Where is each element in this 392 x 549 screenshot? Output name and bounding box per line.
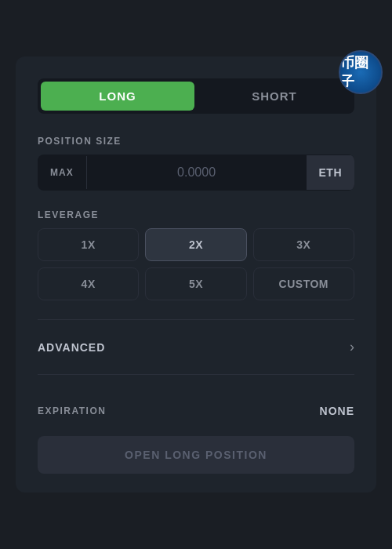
leverage-3x[interactable]: 3X	[253, 228, 354, 261]
leverage-label: LEVERAGE	[38, 209, 354, 220]
watermark-text: 币圈子	[340, 53, 381, 91]
currency-label: ETH	[307, 155, 355, 190]
trading-panel: 币圈子 LONG SHORT POSITION SIZE MAX ETH LEV…	[16, 56, 376, 493]
max-label: MAX	[38, 156, 87, 189]
position-size-label: POSITION SIZE	[38, 136, 354, 147]
direction-toggle: LONG SHORT	[38, 78, 354, 114]
position-size-row: MAX ETH	[38, 155, 354, 191]
long-button[interactable]: LONG	[41, 82, 194, 111]
position-size-input[interactable]	[87, 155, 307, 191]
divider-advanced	[38, 319, 354, 320]
leverage-grid: 1X 2X 3X 4X 5X CUSTOM	[38, 228, 354, 300]
expiration-row: EXPIRATION NONE	[38, 391, 354, 420]
leverage-4x[interactable]: 4X	[38, 267, 139, 300]
watermark-badge: 币圈子	[339, 50, 383, 94]
divider-expiration	[38, 374, 354, 375]
leverage-2x[interactable]: 2X	[145, 228, 246, 261]
leverage-custom[interactable]: CUSTOM	[253, 267, 354, 300]
leverage-section: LEVERAGE 1X 2X 3X 4X 5X CUSTOM	[38, 209, 354, 300]
short-button[interactable]: SHORT	[198, 82, 351, 111]
advanced-label: ADVANCED	[38, 341, 105, 354]
advanced-row[interactable]: ADVANCED ›	[38, 336, 354, 358]
expiration-value: NONE	[320, 405, 354, 417]
chevron-right-icon: ›	[350, 339, 354, 355]
open-position-button[interactable]: OPEN LONG POSITION	[38, 436, 354, 474]
expiration-label: EXPIRATION	[38, 405, 106, 416]
leverage-5x[interactable]: 5X	[145, 267, 246, 300]
leverage-1x[interactable]: 1X	[38, 228, 139, 261]
